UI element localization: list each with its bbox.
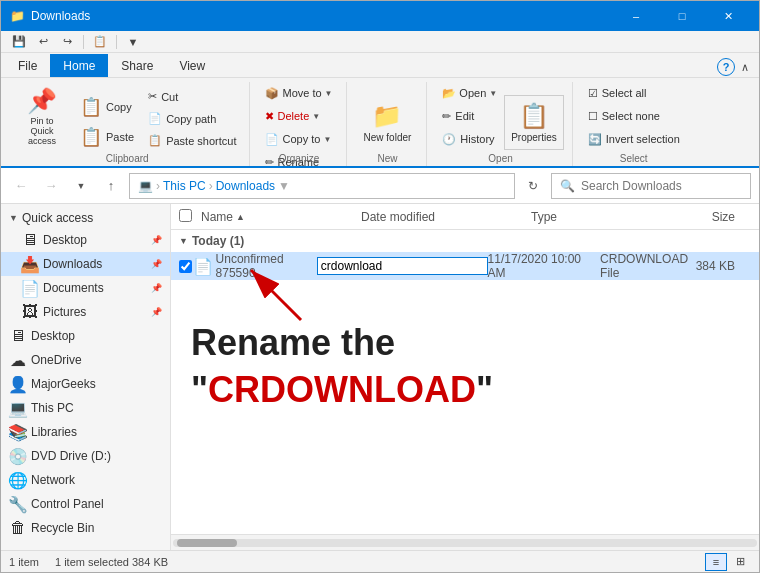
row-size-cell: 384 KB [693, 259, 751, 273]
sidebar-item-pictures[interactable]: 🖼 Pictures 📌 [1, 300, 170, 324]
file-icon: 📄 [194, 257, 212, 275]
pin-icon3: 📌 [151, 283, 162, 293]
row-date-cell: 11/17/2020 10:00 AM [488, 252, 600, 280]
up-button[interactable]: ↑ [99, 174, 123, 198]
delete-arrow: ▼ [312, 112, 320, 121]
qat-save-button[interactable]: 💾 [9, 32, 29, 52]
pin-to-quick-access-button[interactable]: 📌 Pin to Quick access [13, 82, 71, 152]
qat-arrow[interactable]: ▼ [123, 32, 143, 52]
new-folder-icon: 📁 [372, 102, 402, 130]
quick-access-toolbar: 💾 ↩ ↪ 📋 ▼ [1, 31, 759, 53]
history-button[interactable]: 🕐 History [437, 128, 502, 150]
tab-view[interactable]: View [166, 54, 218, 77]
search-input[interactable] [581, 179, 742, 193]
close-button[interactable]: ✕ [705, 1, 751, 31]
sidebar-item-libraries[interactable]: 📚 Libraries [1, 420, 170, 444]
sidebar-item-controlpanel[interactable]: 🔧 Control Panel [1, 492, 170, 516]
paste-shortcut-button[interactable]: 📋 Paste shortcut [143, 130, 241, 152]
move-to-button[interactable]: 📦 Move to ▼ [260, 82, 337, 104]
paste-icon: 📋 [80, 126, 102, 148]
desktop-icon: 🖥 [21, 231, 39, 249]
sidebar-item-downloads[interactable]: 📥 Downloads 📌 [1, 252, 170, 276]
sidebar-item-documents[interactable]: 📄 Documents 📌 [1, 276, 170, 300]
delete-button[interactable]: ✖ Delete ▼ [260, 105, 325, 127]
select-all-checkbox[interactable] [179, 209, 192, 222]
row-checkbox[interactable] [179, 260, 192, 273]
select-all-icon: ☑ [588, 87, 598, 100]
address-path[interactable]: 💻 › This PC › Downloads ▼ [129, 173, 515, 199]
qat-properties-button[interactable]: 📋 [90, 32, 110, 52]
paste-button[interactable]: 📋 Paste [73, 122, 141, 152]
dvd-icon: 💿 [9, 447, 27, 465]
maximize-button[interactable]: □ [659, 1, 705, 31]
table-row[interactable]: 📄 Unconfirmed 875590. 11/17/2020 10:00 A… [171, 252, 759, 280]
cut-button[interactable]: ✂ Cut [143, 86, 241, 108]
invert-selection-button[interactable]: 🔄 Invert selection [583, 128, 685, 150]
file-content[interactable]: ▼ Today (1) 📄 Unconfirmed 875590. 11/17/… [171, 230, 759, 534]
refresh-button[interactable]: ↻ [521, 174, 545, 198]
minimize-button[interactable]: – [613, 1, 659, 31]
horizontal-scrollbar[interactable] [171, 534, 759, 550]
recyclebin-icon: 🗑 [9, 519, 27, 537]
item-count: 1 item [9, 556, 39, 568]
qat-undo-button[interactable]: ↩ [33, 32, 53, 52]
open-icon: 📂 [442, 87, 456, 100]
sidebar-item-desktop2[interactable]: 🖥 Desktop [1, 324, 170, 348]
sidebar-item-quick-access-header[interactable]: ▼ Quick access [1, 208, 170, 228]
tab-share[interactable]: Share [108, 54, 166, 77]
ribbon-group-organize: 📦 Move to ▼ ✖ Delete ▼ [252, 82, 346, 166]
sidebar-item-onedrive[interactable]: ☁ OneDrive [1, 348, 170, 372]
sidebar-item-thispc[interactable]: 💻 This PC [1, 396, 170, 420]
search-box[interactable]: 🔍 [551, 173, 751, 199]
sidebar-item-desktop[interactable]: 🖥 Desktop 📌 [1, 228, 170, 252]
back-button[interactable]: ← [9, 174, 33, 198]
quick-access-arrow: ▼ [9, 213, 18, 223]
sidebar-item-dvd[interactable]: 💿 DVD Drive (D:) [1, 444, 170, 468]
copy-path-button[interactable]: 📄 Copy path [143, 108, 241, 130]
copy-to-button[interactable]: 📄 Copy to ▼ [260, 128, 336, 150]
invert-icon: 🔄 [588, 133, 602, 146]
desktop2-icon: 🖥 [9, 327, 27, 345]
pin-icon: 📌 [27, 87, 57, 115]
move-to-split: 📦 Move to ▼ [260, 82, 337, 104]
ribbon-collapse-button[interactable]: ∧ [735, 57, 755, 77]
open-buttons: 📂 Open ▼ ✏ Edit 🕐 History [437, 82, 563, 150]
organize-label: Organize [252, 153, 345, 164]
edit-button[interactable]: ✏ Edit [437, 105, 502, 127]
col-size-header[interactable]: Size [671, 210, 751, 224]
view-large-button[interactable]: ⊞ [729, 553, 751, 571]
ribbon-tabs: File Home Share View ? ∧ [1, 53, 759, 78]
view-details-button[interactable]: ≡ [705, 553, 727, 571]
ribbon-group-open: 📂 Open ▼ ✏ Edit 🕐 History [429, 82, 572, 166]
copy-button[interactable]: 📋 Copy [73, 92, 141, 122]
edit-icon: ✏ [442, 110, 451, 123]
annotation-area: Rename the "CRDOWNLOAD" [171, 310, 759, 414]
forward-button[interactable]: → [39, 174, 63, 198]
col-name-header[interactable]: Name ▲ [201, 210, 361, 224]
sidebar-item-recyclebin[interactable]: 🗑 Recycle Bin [1, 516, 170, 540]
scrollbar-track[interactable] [173, 539, 757, 547]
col-date-header[interactable]: Date modified [361, 210, 531, 224]
file-header: Name ▲ Date modified Type Size [171, 204, 759, 230]
tab-home[interactable]: Home [50, 54, 108, 77]
select-none-button[interactable]: ☐ Select none [583, 105, 685, 127]
sidebar-item-majorgeeks[interactable]: 👤 MajorGeeks [1, 372, 170, 396]
path-downloads: Downloads [216, 179, 275, 193]
properties-button[interactable]: 📋 Properties [504, 95, 564, 150]
scrollbar-thumb[interactable] [177, 539, 237, 547]
scissors-icon: ✂ [148, 90, 157, 103]
search-icon: 🔍 [560, 179, 575, 193]
qat-redo-button[interactable]: ↪ [57, 32, 77, 52]
select-all-button[interactable]: ☑ Select all [583, 82, 685, 104]
majorgeeks-icon: 👤 [9, 375, 27, 393]
copy-to-icon: 📄 [265, 133, 279, 146]
open-button[interactable]: 📂 Open ▼ [437, 82, 502, 104]
col-type-header[interactable]: Type [531, 210, 671, 224]
ribbon-help-button[interactable]: ? [717, 58, 735, 76]
annotation-red-text: CRDOWNLOAD [208, 369, 476, 410]
tab-file[interactable]: File [5, 54, 50, 77]
recent-button[interactable]: ▼ [69, 174, 93, 198]
sidebar-item-network[interactable]: 🌐 Network [1, 468, 170, 492]
rename-input[interactable] [317, 257, 488, 275]
new-folder-button[interactable]: 📁 New folder [357, 97, 419, 148]
